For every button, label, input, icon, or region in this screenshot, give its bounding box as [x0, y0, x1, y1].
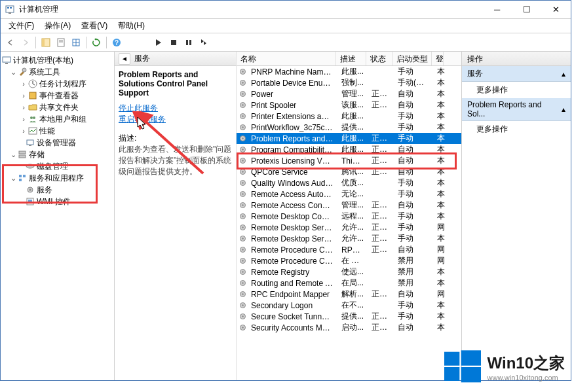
cell-startup: 自动 [394, 289, 433, 300]
actions-section-selected[interactable]: Problem Reports and Sol...▴ [462, 98, 571, 121]
service-row[interactable]: Remote Procedure Call (...RPC...正在...自动网 [237, 244, 461, 255]
cell-startup: 禁用 [394, 255, 433, 266]
tree-diskmgr[interactable]: 磁盘管理 [2, 160, 113, 172]
forward-button[interactable] [18, 35, 33, 50]
service-row[interactable]: Security Accounts Manag...启动...正在...自动本 [237, 322, 461, 333]
collapse-icon: ▴ [562, 105, 565, 114]
show-hide-tree-button[interactable] [39, 35, 53, 50]
menu-help[interactable]: 帮助(H) [113, 19, 150, 33]
service-row[interactable]: Remote Registry使远...禁用本 [237, 266, 461, 277]
service-row[interactable]: Remote Access Connecti...管理...正在...自动本 [237, 200, 461, 211]
col-status[interactable]: 状态 [366, 52, 392, 65]
pause-button[interactable] [182, 35, 196, 50]
actions-more-1[interactable]: 更多操作 [462, 82, 571, 98]
cell-logon: 本 [433, 77, 445, 88]
svg-point-46 [242, 126, 243, 128]
actions-more-2[interactable]: 更多操作 [462, 121, 571, 137]
gear-icon [238, 190, 247, 199]
cell-name: Remote Access Connecti... [247, 201, 337, 210]
service-row[interactable]: Remote Access Auto Con...无论...手动本 [237, 188, 461, 200]
gear-icon [238, 179, 247, 188]
back-button[interactable] [3, 35, 18, 50]
service-row[interactable]: Printer Extensions and N...此服...手动本 [237, 111, 461, 122]
back-arrow-icon[interactable]: ◄ [119, 53, 130, 65]
service-row[interactable]: Problem Reports and Sol...此服...正在...手动本 [237, 133, 461, 144]
gear-icon [238, 212, 247, 221]
service-row[interactable]: Remote Desktop Services允许...正在...手动网 [237, 222, 461, 233]
tree-apps[interactable]: ⌄服务和应用程序 [2, 172, 113, 184]
tree-wmi[interactable]: WMI 控件 [2, 196, 113, 207]
svg-point-17 [22, 68, 26, 72]
cell-name: Remote Procedure Call (... [247, 257, 337, 266]
tree-pane: 计算机管理(本地) ⌄系统工具 ›任务计划程序 ›事件查看器 ›共享文件夹 ›本… [1, 52, 115, 380]
refresh-button[interactable] [89, 35, 104, 50]
export-button[interactable] [69, 35, 83, 50]
menu-action[interactable]: 操作(A) [39, 19, 76, 33]
service-row[interactable]: Secure Socket Tunneling ...提供...正在...手动本 [237, 311, 461, 322]
tree-users[interactable]: ›本地用户和组 [2, 113, 113, 125]
tab-services[interactable]: 服务 [134, 53, 150, 64]
service-row[interactable]: Power管理...正在...自动本 [237, 88, 461, 99]
cell-status: 正在... [368, 88, 394, 99]
tree-services[interactable]: 服务 [2, 184, 113, 196]
svg-rect-14 [189, 40, 191, 45]
col-startup[interactable]: 启动类型 [392, 52, 432, 65]
service-row[interactable]: Protexis Licensing V2 x64This ...正在...自动… [237, 155, 461, 166]
collapse-icon[interactable]: ⌄ [9, 68, 18, 77]
cell-startup: 自动 [394, 144, 433, 155]
expand-icon[interactable]: › [19, 115, 28, 123]
actions-section-services[interactable]: 服务▴ [462, 66, 571, 82]
expand-icon[interactable]: › [19, 92, 28, 99]
tree-shared[interactable]: ›共享文件夹 [2, 101, 113, 113]
minimize-button[interactable]: ─ [482, 1, 512, 19]
cell-desc: 在不... [337, 300, 368, 311]
restart-button[interactable] [197, 35, 211, 50]
maximize-button[interactable]: ☐ [512, 1, 541, 19]
service-row[interactable]: Quality Windows Audio V...优质...手动本 [237, 177, 461, 188]
tree-systools[interactable]: ⌄系统工具 [2, 66, 113, 78]
expand-icon[interactable]: › [19, 127, 28, 135]
help-button[interactable]: ? [109, 35, 124, 50]
tree-perf[interactable]: ›性能 [2, 125, 113, 137]
col-logon[interactable]: 登 [432, 52, 444, 65]
service-row[interactable]: Remote Desktop Configu...远程...正在...手动本 [237, 211, 461, 222]
service-row[interactable]: PNRP Machine Name Pu...此服...手动本 [237, 66, 461, 77]
service-row[interactable]: Routing and Remote Acc...在局...禁用本 [237, 277, 461, 289]
tree-root[interactable]: 计算机管理(本地) [2, 54, 113, 66]
col-desc[interactable]: 描述 [336, 52, 366, 65]
tree-task[interactable]: ›任务计划程序 [2, 78, 113, 90]
cell-name: Remote Desktop Service... [247, 234, 337, 243]
gear-icon [238, 223, 247, 232]
close-button[interactable]: ✕ [541, 1, 571, 19]
expand-icon[interactable]: › [19, 103, 28, 111]
stop-service-link[interactable]: 停止此服务 [119, 103, 232, 114]
cell-logon: 本 [433, 133, 445, 144]
list-body[interactable]: PNRP Machine Name Pu...此服...手动本Portable … [237, 66, 461, 380]
service-row[interactable]: Remote Desktop Service...允许...正在...手动本 [237, 233, 461, 244]
col-name[interactable]: 名称 [237, 52, 336, 65]
tree-storage[interactable]: ⌄存储 [2, 149, 113, 160]
properties-button[interactable] [54, 35, 68, 50]
service-row[interactable]: Print Spooler该服...正在...自动本 [237, 99, 461, 111]
service-row[interactable]: QPCore Service腾讯...正在...自动本 [237, 166, 461, 177]
collapse-icon[interactable]: ⌄ [9, 151, 18, 159]
restart-service-link[interactable]: 重启动此服务 [119, 114, 232, 125]
collapse-icon[interactable]: ⌄ [9, 174, 18, 183]
service-row[interactable]: Program Compatibility As...此服...正在...自动本 [237, 144, 461, 155]
svg-text:?: ? [115, 39, 119, 46]
stop-button[interactable] [166, 35, 181, 50]
service-row[interactable]: Portable Device Enumera...强制...手动(触发...本 [237, 77, 461, 88]
expand-icon[interactable]: › [19, 80, 28, 88]
service-row[interactable]: RPC Endpoint Mapper解析...正在...自动网 [237, 289, 461, 300]
service-row[interactable]: Secondary Logon在不...手动本 [237, 300, 461, 311]
event-icon [28, 91, 37, 100]
tree-devmgr[interactable]: 设备管理器 [2, 137, 113, 149]
cell-name: Problem Reports and Sol... [247, 134, 337, 143]
cell-desc: 在局... [337, 277, 368, 289]
menu-file[interactable]: 文件(F) [3, 19, 39, 33]
service-row[interactable]: Remote Procedure Call (...在 W...禁用网 [237, 255, 461, 266]
play-button[interactable] [151, 35, 166, 50]
menu-view[interactable]: 查看(V) [76, 19, 113, 33]
service-row[interactable]: PrintWorkflow_3c75c03d提供...手动本 [237, 122, 461, 133]
tree-event[interactable]: ›事件查看器 [2, 90, 113, 101]
